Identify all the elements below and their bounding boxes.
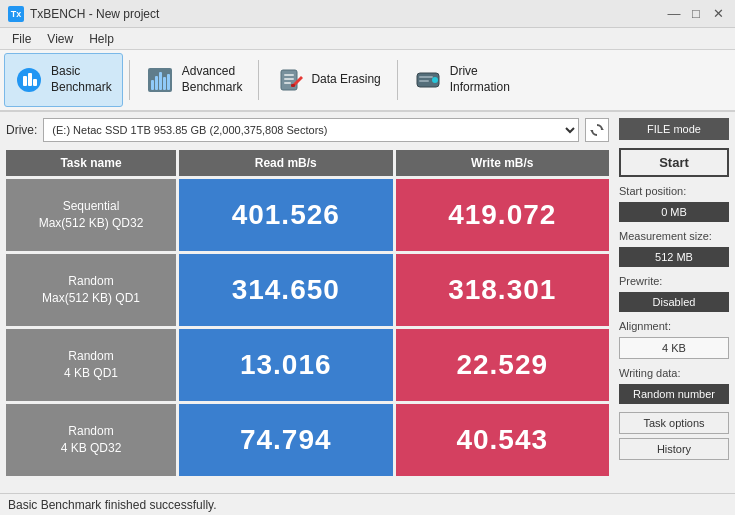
bench-row-1: RandomMax(512 KB) QD1 314.650 318.301 bbox=[6, 254, 609, 326]
svg-point-19 bbox=[432, 77, 438, 83]
header-task: Task name bbox=[6, 150, 176, 176]
menu-bar: File View Help bbox=[0, 28, 735, 50]
status-bar: Basic Benchmark finished successfully. bbox=[0, 493, 735, 515]
right-panel: FILE mode Start Start position: 0 MB Mea… bbox=[615, 112, 735, 493]
svg-rect-1 bbox=[23, 76, 27, 86]
toolbar-drive-information[interactable]: DriveInformation bbox=[404, 53, 520, 107]
window-controls: — □ ✕ bbox=[665, 5, 727, 23]
bench-task-3: Random4 KB QD32 bbox=[6, 404, 176, 476]
drive-select[interactable]: (E:) Netac SSD 1TB 953.85 GB (2,000,375,… bbox=[43, 118, 579, 142]
measurement-size-label: Measurement size: bbox=[619, 230, 729, 242]
svg-rect-11 bbox=[284, 74, 294, 76]
drive-information-label: DriveInformation bbox=[450, 64, 510, 95]
measurement-size-value: 512 MB bbox=[619, 247, 729, 267]
basic-benchmark-icon bbox=[15, 66, 43, 94]
svg-rect-9 bbox=[167, 74, 170, 90]
toolbar-data-erasing[interactable]: Data Erasing bbox=[265, 53, 390, 107]
svg-rect-13 bbox=[284, 82, 291, 84]
menu-file[interactable]: File bbox=[4, 30, 39, 48]
bench-read-1: 314.650 bbox=[179, 254, 393, 326]
bench-row-2: Random4 KB QD1 13.016 22.529 bbox=[6, 329, 609, 401]
bench-row-0: SequentialMax(512 KB) QD32 401.526 419.0… bbox=[6, 179, 609, 251]
start-button[interactable]: Start bbox=[619, 148, 729, 177]
bench-write-1: 318.301 bbox=[396, 254, 610, 326]
minimize-button[interactable]: — bbox=[665, 5, 683, 23]
bench-task-2: Random4 KB QD1 bbox=[6, 329, 176, 401]
left-panel: Drive: (E:) Netac SSD 1TB 953.85 GB (2,0… bbox=[0, 112, 615, 493]
svg-rect-6 bbox=[155, 76, 158, 90]
app-icon: Tx bbox=[8, 6, 24, 22]
bench-read-2: 13.016 bbox=[179, 329, 393, 401]
prewrite-value: Disabled bbox=[619, 292, 729, 312]
main-area: Drive: (E:) Netac SSD 1TB 953.85 GB (2,0… bbox=[0, 112, 735, 493]
toolbar: BasicBenchmark AdvancedBenchmark bbox=[0, 50, 735, 112]
bench-write-3: 40.543 bbox=[396, 404, 610, 476]
writing-data-label: Writing data: bbox=[619, 367, 729, 379]
maximize-button[interactable]: □ bbox=[687, 5, 705, 23]
header-write: Write mB/s bbox=[396, 150, 610, 176]
toolbar-separator-2 bbox=[258, 60, 259, 100]
bench-write-0: 419.072 bbox=[396, 179, 610, 251]
benchmark-table: Task name Read mB/s Write mB/s Sequentia… bbox=[6, 150, 609, 487]
drive-information-icon bbox=[414, 66, 442, 94]
title-bar-left: Tx TxBENCH - New project bbox=[8, 6, 159, 22]
toolbar-basic-benchmark[interactable]: BasicBenchmark bbox=[4, 53, 123, 107]
drive-label: Drive: bbox=[6, 123, 37, 137]
file-mode-button[interactable]: FILE mode bbox=[619, 118, 729, 140]
bench-header: Task name Read mB/s Write mB/s bbox=[6, 150, 609, 176]
writing-data-value: Random number bbox=[619, 384, 729, 404]
prewrite-label: Prewrite: bbox=[619, 275, 729, 287]
svg-rect-17 bbox=[419, 76, 433, 78]
svg-rect-18 bbox=[419, 80, 429, 82]
advanced-benchmark-label: AdvancedBenchmark bbox=[182, 64, 243, 95]
close-button[interactable]: ✕ bbox=[709, 5, 727, 23]
toolbar-separator-1 bbox=[129, 60, 130, 100]
status-text: Basic Benchmark finished successfully. bbox=[8, 498, 217, 512]
drive-row: Drive: (E:) Netac SSD 1TB 953.85 GB (2,0… bbox=[6, 118, 609, 142]
svg-rect-2 bbox=[28, 73, 32, 86]
menu-help[interactable]: Help bbox=[81, 30, 122, 48]
task-options-button[interactable]: Task options bbox=[619, 412, 729, 434]
svg-rect-5 bbox=[151, 80, 154, 90]
title-bar: Tx TxBENCH - New project — □ ✕ bbox=[0, 0, 735, 28]
toolbar-advanced-benchmark[interactable]: AdvancedBenchmark bbox=[136, 53, 253, 107]
header-read: Read mB/s bbox=[179, 150, 393, 176]
toolbar-separator-3 bbox=[397, 60, 398, 100]
alignment-label: Alignment: bbox=[619, 320, 729, 332]
alignment-value: 4 KB bbox=[619, 337, 729, 359]
data-erasing-icon bbox=[275, 66, 303, 94]
bench-task-1: RandomMax(512 KB) QD1 bbox=[6, 254, 176, 326]
window-title: TxBENCH - New project bbox=[30, 7, 159, 21]
drive-refresh-button[interactable] bbox=[585, 118, 609, 142]
bench-task-0: SequentialMax(512 KB) QD32 bbox=[6, 179, 176, 251]
data-erasing-label: Data Erasing bbox=[311, 72, 380, 88]
history-button[interactable]: History bbox=[619, 438, 729, 460]
bench-row-3: Random4 KB QD32 74.794 40.543 bbox=[6, 404, 609, 476]
svg-rect-12 bbox=[284, 78, 294, 80]
bench-read-0: 401.526 bbox=[179, 179, 393, 251]
svg-rect-8 bbox=[163, 77, 166, 90]
svg-rect-3 bbox=[33, 79, 37, 86]
bench-read-3: 74.794 bbox=[179, 404, 393, 476]
menu-view[interactable]: View bbox=[39, 30, 81, 48]
bench-write-2: 22.529 bbox=[396, 329, 610, 401]
basic-benchmark-label: BasicBenchmark bbox=[51, 64, 112, 95]
svg-rect-7 bbox=[159, 72, 162, 90]
start-position-label: Start position: bbox=[619, 185, 729, 197]
svg-rect-15 bbox=[291, 84, 295, 87]
advanced-benchmark-icon bbox=[146, 66, 174, 94]
start-position-value: 0 MB bbox=[619, 202, 729, 222]
